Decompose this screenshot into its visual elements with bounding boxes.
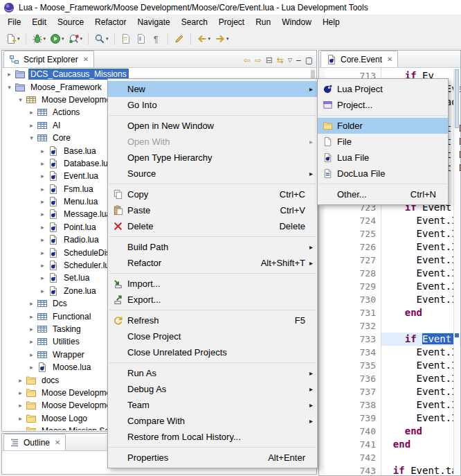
scrollbar-thumb[interactable] (455, 69, 459, 128)
show-whitespace-button[interactable]: ¶ (150, 31, 163, 46)
context-menu-item-close-project[interactable]: Close Project (108, 328, 317, 344)
code-line-726[interactable]: Event.I (381, 240, 460, 254)
expander-icon[interactable]: ▸ (39, 288, 46, 294)
context-menu-item-compare-with[interactable]: Compare With▸ (108, 413, 317, 429)
code-line-727[interactable]: Event.I (381, 254, 460, 267)
script-explorer-tab[interactable]: Script Explorer ✕ (3, 51, 94, 67)
back-icon[interactable]: ⇦ (244, 56, 251, 64)
last-edit-location-button[interactable] (172, 31, 186, 46)
expander-icon[interactable]: ▸ (28, 122, 35, 129)
context-menu-item-copy[interactable]: CopyCtrl+C (108, 186, 317, 202)
forward-icon[interactable]: ⇨ (255, 56, 262, 64)
expander-icon[interactable]: ▸ (28, 109, 35, 116)
context-menu-item-refactor[interactable]: RefactorAlt+Shift+T▸ (108, 255, 317, 271)
expander-icon[interactable]: ▸ (28, 364, 35, 371)
submenu-item-folder[interactable]: Folder (318, 118, 448, 134)
expander-icon[interactable]: ▸ (39, 148, 46, 155)
close-icon[interactable]: ✕ (83, 55, 89, 63)
menu-file[interactable]: File (2, 16, 26, 28)
maximize-icon[interactable]: ▢ (305, 56, 313, 64)
menu-navigate[interactable]: Navigate (132, 16, 175, 28)
context-menu-item-paste[interactable]: PasteCtrl+V (108, 202, 317, 218)
expander-icon[interactable]: ▸ (17, 402, 24, 409)
context-menu-item-new[interactable]: New▸ (108, 81, 317, 97)
code-line-737[interactable]: Event.I (381, 385, 460, 398)
menu-edit[interactable]: Edit (26, 16, 52, 28)
code-line-741[interactable]: end (381, 438, 460, 451)
expander-icon[interactable]: ▸ (28, 313, 35, 320)
expander-icon[interactable]: ▸ (39, 274, 46, 281)
dropdown-caret-icon[interactable]: ▾ (208, 36, 211, 42)
menu-source[interactable]: Source (52, 16, 89, 28)
expander-icon[interactable]: ▸ (39, 186, 46, 193)
code-line-730[interactable]: Event.I (381, 293, 460, 306)
menu-window[interactable]: Window (276, 16, 317, 28)
context-menu-item-close-unrelated-projects[interactable]: Close Unrelated Projects (108, 344, 317, 360)
code-line-733[interactable]: if Event. (381, 333, 460, 346)
expander-icon[interactable]: ▸ (39, 173, 46, 179)
expander-icon[interactable]: ▸ (6, 71, 13, 78)
dropdown-caret-icon[interactable]: ▾ (226, 36, 229, 42)
expander-icon[interactable]: ▾ (6, 84, 13, 91)
expander-icon[interactable]: ▸ (17, 427, 24, 430)
expander-icon[interactable]: ▾ (17, 96, 24, 103)
expander-icon[interactable]: ▸ (17, 389, 24, 396)
expander-icon[interactable]: ▸ (39, 249, 46, 256)
code-line-738[interactable]: Event.I (381, 398, 460, 412)
context-menu-item-import[interactable]: Import... (108, 276, 317, 292)
code-line-739[interactable]: Event.I (381, 412, 460, 425)
code-line-740[interactable]: end (381, 425, 460, 438)
context-menu-item-open-in-new-window[interactable]: Open in New Window (108, 118, 317, 134)
menu-help[interactable]: Help (317, 16, 345, 28)
context-menu-item-open-type-hierarchy[interactable]: Open Type Hierarchy (108, 150, 317, 166)
close-icon[interactable]: ✕ (387, 55, 392, 63)
editor-scrollbar[interactable] (453, 69, 460, 475)
dropdown-caret-icon[interactable]: ▾ (80, 36, 83, 42)
submenu-item-lua-project[interactable]: Lua Project (318, 81, 448, 97)
debug-button[interactable]: ▾ (30, 31, 48, 46)
code-line-728[interactable]: Event.I (381, 267, 460, 280)
context-menu-item-properties[interactable]: PropertiesAlt+Enter (108, 450, 317, 466)
context-menu-item-go-into[interactable]: Go Into (108, 97, 317, 113)
menu-project[interactable]: Project (213, 16, 250, 28)
code-line-732[interactable] (381, 319, 460, 333)
forward-button[interactable]: ▾ (213, 31, 230, 46)
search-button[interactable]: ▾ (93, 31, 110, 46)
expander-icon[interactable]: ▾ (28, 134, 35, 141)
context-menu-item-restore-from-local-history[interactable]: Restore from Local History... (108, 429, 317, 445)
code-line-743[interactable]: if Event.ta (381, 464, 460, 475)
dropdown-caret-icon[interactable]: ▾ (106, 36, 109, 42)
code-line-724[interactable]: Event.I (381, 214, 460, 227)
submenu-item-other[interactable]: Other...Ctrl+N (318, 186, 448, 202)
code-line-731[interactable]: end (381, 306, 460, 319)
dropdown-caret-icon[interactable]: ▾ (44, 36, 46, 42)
expander-icon[interactable]: ▸ (28, 300, 35, 307)
expander-icon[interactable]: ▸ (39, 224, 46, 231)
expander-icon[interactable]: ▸ (39, 160, 46, 167)
code-line-729[interactable]: Event.I (381, 280, 460, 293)
submenu-item-lua-file[interactable]: Lua File (318, 150, 448, 166)
code-line-735[interactable]: Event.I (381, 359, 460, 372)
minimize-icon[interactable]: – (296, 56, 301, 64)
expander-icon[interactable]: ▸ (17, 377, 24, 384)
context-menu-item-refresh[interactable]: RefreshF5 (108, 312, 317, 328)
collapse-all-icon[interactable]: ⊟ (266, 56, 273, 64)
code-line-742[interactable] (381, 451, 460, 464)
expander-icon[interactable]: ▸ (28, 338, 35, 345)
code-line-734[interactable]: Event.I (381, 346, 460, 359)
editor-tab-core-event[interactable]: Core.Event ✕ (320, 51, 398, 67)
expander-icon[interactable]: ▸ (39, 198, 46, 205)
run-button[interactable]: ▾ (48, 31, 66, 46)
new-wizard-button[interactable]: ▾ (4, 31, 21, 46)
dropdown-caret-icon[interactable]: ▾ (62, 36, 64, 42)
submenu-item-project[interactable]: Project... (318, 97, 448, 113)
mark-occurrences-button[interactable] (119, 31, 133, 46)
block-selection-button[interactable] (134, 31, 148, 46)
menu-refactor[interactable]: Refactor (89, 16, 132, 28)
context-menu-item-run-as[interactable]: Run As▸ (108, 365, 317, 381)
expander-icon[interactable]: ▸ (39, 211, 46, 218)
coverage-button[interactable]: ▾ (67, 31, 84, 46)
code-line-736[interactable]: Event.I (381, 372, 460, 385)
close-icon[interactable]: ✕ (55, 439, 60, 446)
back-button[interactable]: ▾ (195, 31, 213, 46)
